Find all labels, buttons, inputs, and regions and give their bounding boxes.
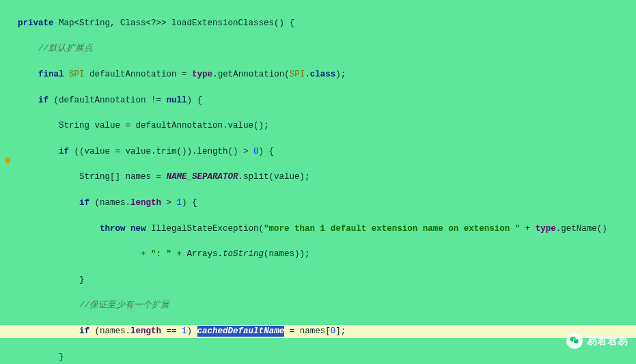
code-line: final SPI defaultAnnotation = type.getAn…	[15, 68, 636, 81]
selected-identifier: cachedDefaultName	[197, 326, 285, 337]
code-line: if (names.length > 1) {	[15, 197, 636, 210]
code-line: //保证至少有一个扩展	[15, 299, 636, 312]
code-line: String value = defaultAnnotation.value()…	[15, 120, 636, 132]
lightbulb-icon[interactable]	[3, 156, 12, 166]
watermark-text: 易君君易	[587, 335, 628, 348]
wechat-icon	[566, 333, 583, 349]
watermark: 易君君易	[566, 333, 628, 349]
code-line: String[] names = NAME_SEPARATOR.split(va…	[15, 171, 636, 184]
code-line: if (defaultAnnotation != null) {	[15, 94, 636, 107]
code-line: throw new IllegalStateException("more th…	[15, 223, 636, 236]
code-line: //默认扩展点	[15, 42, 636, 55]
code-line: + ": " + Arrays.toString(names));	[15, 248, 636, 261]
editor-gutter	[0, 0, 15, 364]
code-line: }	[15, 351, 636, 364]
code-line: private Map<String, Class<?>> loadExtens…	[15, 17, 636, 30]
code-line: }	[15, 274, 636, 287]
code-line: if ((value = value.trim()).length() > 0)…	[15, 145, 636, 158]
code-editor[interactable]: private Map<String, Class<?>> loadExtens…	[15, 0, 636, 364]
highlighted-line: if (names.length == 1) cachedDefaultName…	[0, 325, 636, 338]
